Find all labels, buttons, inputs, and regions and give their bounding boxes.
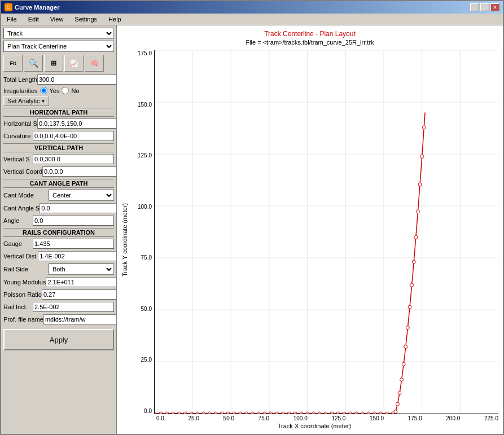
young-modulus-input[interactable] [46,277,117,287]
horizontal-path-header: HORIZONTAL PATH [3,108,114,117]
y-tick-50: 50.0 [141,306,152,312]
window-title: Curve Manager [15,4,59,11]
prof-file-name-row: Prof. file name [3,314,114,324]
y-tick-150: 150.0 [138,102,152,108]
gauge-input[interactable] [33,239,114,249]
menu-bar: File Edit View Settings Help [1,14,503,25]
plan-dropdown[interactable]: Plan Track Centerline [3,41,114,52]
set-analytic-arrow: ▼ [41,99,45,104]
chart-subtitle: File = <tram>/tracks.tbl/tram_curve_25R_… [121,39,498,46]
set-analytic-button[interactable]: Set Analytic ▼ [3,96,49,106]
brain-button[interactable]: 🧠 [85,55,104,72]
rails-config-header: RAILS CONFIGURATION [3,228,114,237]
cant-mode-select[interactable]: Center Left Right [49,190,114,201]
chart-button[interactable]: 📈 [64,55,84,72]
y-tick-125: 125.0 [138,152,152,159]
vertical-coord-input[interactable] [42,166,117,177]
x-axis-label: Track X coordinate (meter) [130,423,498,429]
track-dropdown[interactable]: Track [3,28,114,39]
gauge-row: Gauge [3,239,114,249]
track-select-row: Track [3,28,114,39]
irregularities-no-radio[interactable] [62,87,69,94]
irregularities-row: Irregularities Yes No [3,87,114,94]
x-tick-100: 100.0 [293,415,308,421]
young-modulus-label: Young Modulus [3,279,46,285]
rail-incl-input[interactable] [33,302,114,312]
horizontal-s-label: Horizontal S [3,120,37,127]
cant-angle-s-label: Cant Angle S [3,205,40,212]
grid-button[interactable]: ⊞ [44,55,63,72]
minimize-button[interactable]: _ [470,3,479,11]
curvature-label: Curvature [3,133,33,139]
fit-button[interactable]: Fit [3,55,23,72]
prof-file-name-input[interactable] [43,314,117,324]
total-length-label: Total Length [3,76,37,83]
x-tick-75: 75.0 [258,415,269,421]
total-length-row: Total Length [3,74,114,85]
irregularities-yes-radio[interactable] [40,87,47,94]
chart-canvas [155,50,498,414]
vertical-dist-label: Vertical Dist. [3,253,38,260]
cant-angle-path-header: CANT ANGLE PATH [3,179,114,188]
title-bar: C Curve Manager _ □ ✕ [1,1,503,14]
total-length-input[interactable] [37,74,117,85]
cant-mode-label: Cant Mode [3,192,49,199]
angle-row: Angle [3,216,114,226]
rail-side-row: Rail Side Both Left Right [3,263,114,275]
close-button[interactable]: ✕ [490,3,499,11]
zoom-button[interactable]: 🔍 [24,55,43,72]
y-tick-175: 175.0 [138,50,152,56]
x-tick-225: 225.0 [484,415,498,421]
vertical-dist-input[interactable] [38,251,117,261]
maximize-button[interactable]: □ [480,3,489,11]
y-tick-100: 100.0 [138,204,152,210]
menu-view[interactable]: View [47,15,67,24]
menu-file[interactable]: File [3,15,20,24]
poisson-ratio-label: Poisson Ratio [3,291,42,298]
poisson-ratio-row: Poisson Ratio [3,289,114,300]
chart-plot [154,50,498,414]
plan-select-row: Plan Track Centerline [3,41,114,52]
vertical-coord-label: Vertical Coord [3,168,42,175]
rail-side-label: Rail Side [3,266,49,273]
vertical-s-input[interactable] [33,154,114,164]
x-tick-200: 200.0 [446,415,460,421]
menu-help[interactable]: Help [105,15,125,24]
x-axis-ticks: 0.0 25.0 50.0 75.0 100.0 125.0 150.0 175… [156,415,498,421]
irregularities-label: Irregularities [3,87,38,94]
main-window: C Curve Manager _ □ ✕ File Edit View Set… [0,0,504,435]
no-label: No [71,87,79,94]
y-tick-0: 0.0 [144,408,152,414]
title-buttons: _ □ ✕ [470,3,499,11]
vertical-path-header: VERTICAL PATH [3,143,114,152]
set-analytic-label: Set Analytic [7,98,40,104]
cant-angle-s-input[interactable] [40,203,117,213]
x-tick-0: 0.0 [156,415,164,421]
vertical-coord-row: Vertical Coord [3,166,114,177]
y-tick-75: 75.0 [141,254,152,261]
rail-incl-row: Rail Incl. [3,302,114,312]
horizontal-s-input[interactable] [37,118,117,129]
x-tick-50: 50.0 [223,415,234,421]
y-axis-ticks: 175.0 150.0 125.0 100.0 75.0 50.0 25.0 0… [130,50,154,414]
poisson-ratio-input[interactable] [42,289,117,300]
x-tick-175: 175.0 [408,415,422,421]
angle-input[interactable] [33,216,114,226]
vertical-dist-row: Vertical Dist. [3,251,114,261]
rail-side-select[interactable]: Both Left Right [49,263,114,275]
x-tick-150: 150.0 [370,415,384,421]
app-icon: C [5,3,12,11]
y-tick-25: 25.0 [141,357,152,363]
angle-label: Angle [3,217,33,224]
menu-settings[interactable]: Settings [71,15,100,24]
set-analytic-row: Set Analytic ▼ [3,96,114,106]
prof-file-name-label: Prof. file name [3,316,43,323]
right-panel: Track Centerline - Plan Layout File = <t… [117,25,503,434]
cant-angle-s-row: Cant Angle S [3,203,114,213]
menu-edit[interactable]: Edit [25,15,42,24]
vertical-s-label: Vertical S [3,156,33,162]
apply-button[interactable]: Apply [3,329,114,350]
curvature-input[interactable] [33,131,114,141]
title-bar-left: C Curve Manager [5,3,59,11]
rail-incl-label: Rail Incl. [3,304,33,310]
